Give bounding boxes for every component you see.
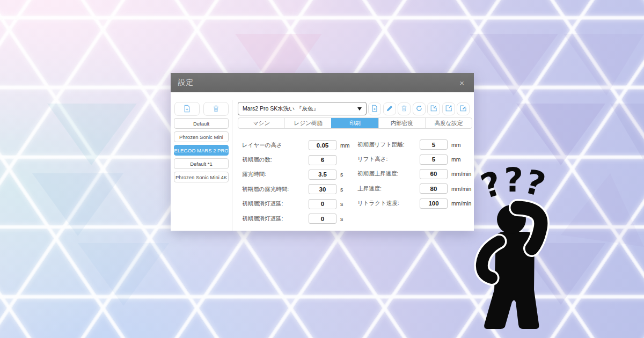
profile-item-label: Default: [193, 121, 209, 127]
bottom-light-off-delay-input[interactable]: [309, 214, 336, 224]
setting-row-bottom-lift-distance: 初期層リフト距離: mm: [357, 137, 472, 152]
settings-dialog: 設定 × Default Phrozen Sonic Mini ELEGOO M…: [171, 73, 474, 231]
setting-label: リトラクト速度:: [357, 200, 416, 207]
setting-row-lift-height: リフト高さ: mm: [357, 152, 472, 166]
tab-resin[interactable]: レジン樹脂: [284, 118, 331, 128]
silhouette-left-arm: [482, 241, 499, 278]
export-preset-button[interactable]: [442, 102, 455, 115]
exposure-time-input[interactable]: [309, 170, 336, 180]
setting-unit: mm/min: [451, 200, 471, 207]
resin-preset-dropdown[interactable]: Mars2 Pro SK水洗い 『灰色』: [238, 102, 367, 115]
resin-preset-value: Mars2 Pro SK水洗い 『灰色』: [243, 105, 354, 113]
setting-unit: mm/min: [451, 186, 471, 192]
bottom-layer-count-input[interactable]: [309, 155, 336, 165]
page-background: ? ? ? 設定 × Default Phrozen Sonic Mini: [0, 0, 644, 338]
setting-row-lift-speed: 上昇速度: mm/min: [357, 181, 472, 196]
tab-infill[interactable]: 内部密度: [378, 118, 425, 128]
lift-height-input[interactable]: [420, 155, 448, 165]
setting-label: 初期層の露光時間:: [242, 186, 305, 193]
setting-label: リフト高さ:: [357, 156, 416, 163]
trash-icon: [400, 105, 408, 113]
add-profile-button[interactable]: [174, 102, 200, 116]
import-icon: [430, 105, 437, 113]
tab-label: マシン: [253, 120, 270, 127]
tab-advanced[interactable]: 高度な設定: [425, 118, 472, 128]
setting-unit: s: [340, 201, 343, 207]
tab-label: 内部密度: [391, 120, 413, 127]
export-icon: [445, 105, 452, 113]
setting-unit: s: [340, 216, 343, 222]
lift-speed-input[interactable]: [420, 183, 448, 194]
setting-label: 初期層リフト距離:: [357, 141, 416, 149]
setting-label: 上昇速度:: [357, 185, 416, 193]
profile-item-label: ELEGOO MARS 2 PRO: [174, 148, 228, 153]
import-preset-button[interactable]: [427, 102, 440, 115]
pencil-icon: [386, 105, 393, 113]
setting-row-exposure-time: 露光時間: s: [242, 167, 357, 182]
bottom-lift-distance-input[interactable]: [420, 139, 448, 150]
silhouette-head: [497, 205, 526, 234]
profile-item-default-1[interactable]: Default *1: [174, 158, 229, 169]
dialog-titlebar: 設定 ×: [171, 73, 474, 92]
profile-item-label: Phrozen Sonic Mini: [179, 134, 223, 140]
setting-label: 初期層消灯遅延:: [242, 215, 305, 223]
setting-unit: mm: [451, 142, 461, 148]
silhouette-body: [484, 232, 539, 329]
retract-speed-input[interactable]: [420, 199, 448, 209]
profile-item-label: Phrozen Sonic Mini 4K: [175, 174, 227, 180]
profile-item-elegoo-mars-2-pro[interactable]: ELEGOO MARS 2 PRO: [174, 145, 229, 156]
refresh-icon: [415, 105, 423, 113]
close-icon[interactable]: ×: [457, 78, 466, 88]
delete-preset-button[interactable]: [398, 102, 411, 115]
save-as-preset-button[interactable]: [457, 102, 470, 115]
document-plus-icon: [371, 105, 378, 113]
light-off-delay-input[interactable]: [309, 199, 336, 209]
profile-item-label: Default *1: [190, 161, 213, 167]
tab-label: 高度な設定: [435, 120, 463, 127]
print-settings-left-column: レイヤーの高さ mm 初期層の数: 露光時間: s 初期層の露光時間: s 初期…: [242, 138, 357, 226]
add-preset-button[interactable]: [368, 102, 381, 115]
setting-row-bottom-lift-speed: 初期層上昇速度: mm/min: [357, 167, 472, 181]
trash-icon: [212, 105, 220, 114]
bottom-exposure-time-input[interactable]: [309, 184, 336, 194]
print-settings-right-column: 初期層リフト距離: mm リフト高さ: mm 初期層上昇速度: mm/min 上…: [357, 137, 472, 211]
document-plus-icon: [183, 105, 191, 114]
profile-item-phrozen-sonic-mini-4k[interactable]: Phrozen Sonic Mini 4K: [174, 172, 229, 182]
profile-item-phrozen-sonic-mini[interactable]: Phrozen Sonic Mini: [174, 131, 229, 142]
layer-height-input[interactable]: [309, 140, 336, 150]
setting-label: 初期層の数:: [242, 156, 305, 164]
bottom-lift-speed-input[interactable]: [420, 169, 448, 179]
tab-label: 印刷: [349, 120, 361, 127]
tab-print[interactable]: 印刷: [331, 118, 378, 128]
setting-row-retract-speed: リトラクト速度: mm/min: [357, 196, 472, 211]
edit-preset-button[interactable]: [383, 102, 396, 115]
setting-label: 初期層上昇速度:: [357, 170, 416, 178]
setting-unit: mm: [340, 142, 350, 149]
settings-tab-bar: マシン レジン樹脂 印刷 内部密度 高度な設定: [238, 117, 472, 129]
setting-row-light-off-delay: 初期層消灯遅延: s: [242, 197, 357, 211]
question-mark-right: ?: [521, 161, 550, 204]
setting-row-bottom-light-off-delay: 初期層消灯遅延: s: [242, 211, 357, 226]
tab-label: レジン樹脂: [294, 120, 323, 127]
preset-actions: [368, 102, 470, 115]
setting-unit: s: [340, 171, 343, 178]
setting-label: 初期層消灯遅延:: [242, 200, 305, 208]
profile-item-default[interactable]: Default: [174, 118, 229, 129]
setting-unit: mm/min: [451, 171, 471, 177]
sidebar-divider: [232, 100, 232, 231]
setting-row-bottom-exposure-time: 初期層の露光時間: s: [242, 182, 357, 196]
tab-machine[interactable]: マシン: [238, 118, 284, 128]
setting-row-bottom-layer-count: 初期層の数:: [242, 152, 357, 167]
setting-unit: s: [340, 186, 343, 193]
chevron-down-icon: [357, 107, 362, 111]
setting-row-layer-height: レイヤーの高さ mm: [242, 138, 357, 152]
delete-profile-button[interactable]: [203, 102, 229, 116]
printer-profile-list: Default Phrozen Sonic Mini ELEGOO MARS 2…: [174, 118, 229, 182]
question-mark-center: ?: [504, 160, 523, 200]
dialog-title: 設定: [178, 78, 194, 87]
question-mark-left: ?: [476, 163, 507, 207]
setting-unit: mm: [451, 156, 461, 163]
refresh-preset-button[interactable]: [413, 102, 426, 115]
setting-label: 露光時間:: [242, 171, 305, 178]
save-as-icon: [459, 105, 467, 113]
